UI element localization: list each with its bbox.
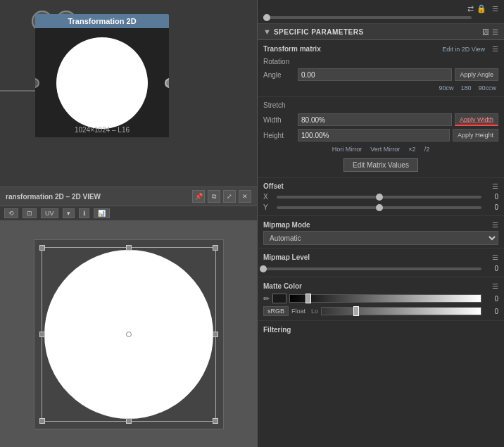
edit-in-2d-view-link[interactable]: Edit in 2D View bbox=[442, 46, 485, 53]
view-image-container bbox=[34, 239, 224, 429]
handle-mid-right[interactable] bbox=[213, 332, 218, 337]
offset-x-thumb[interactable] bbox=[376, 194, 383, 201]
offset-menu-icon[interactable]: ☰ bbox=[492, 182, 498, 190]
matte-color-section: Matte Color ☰ ✏ 0 sRGB Float Lo 0 bbox=[258, 277, 504, 320]
toolbar-fit-btn[interactable]: ⊡ bbox=[23, 208, 37, 218]
mipmap-level-menu-icon[interactable]: ☰ bbox=[492, 253, 498, 261]
offset-x-value: 0 bbox=[484, 193, 498, 201]
right-panel: ⇄ 🔒 ☰ ▼ SPECIFIC PARAMETERS 🖼 ☰ Transfor… bbox=[257, 0, 504, 447]
toolbar-info-btn[interactable]: ℹ bbox=[79, 208, 89, 218]
mipmap-level-thumb[interactable] bbox=[260, 265, 267, 272]
apply-angle-btn[interactable]: Apply Angle bbox=[455, 68, 498, 81]
view-panel-toolbar: ⟲ ⊡ UV ▾ ℹ 📊 bbox=[0, 206, 257, 221]
rotation-group: Rotation bbox=[263, 56, 498, 67]
srgb-btn[interactable]: sRGB bbox=[263, 306, 289, 316]
eyedropper-icon[interactable]: ✏ bbox=[263, 294, 270, 303]
hori-mirror-btn[interactable]: Hori Mirror bbox=[332, 146, 363, 153]
random-seed-row: ⇄ 🔒 ☰ bbox=[263, 3, 498, 15]
edit-matrix-values-btn[interactable]: Edit Matrix Values bbox=[344, 158, 418, 172]
angle-input[interactable] bbox=[298, 68, 452, 81]
mipmap-level-slider[interactable] bbox=[263, 267, 481, 270]
view-close-btn[interactable]: ✕ bbox=[239, 190, 251, 203]
transform-matrix-header: Transform matrix Edit in 2D View ☰ bbox=[263, 43, 498, 55]
handle-bot-right[interactable] bbox=[213, 418, 218, 424]
toolbar-uv-btn[interactable]: UV bbox=[41, 208, 58, 218]
random-icon[interactable]: ⇄ bbox=[467, 4, 474, 13]
offset-y-row: Y 0 bbox=[263, 202, 498, 213]
mipmap-level-header: Mipmap Level ☰ bbox=[263, 251, 498, 263]
view-float-btn[interactable]: ⧉ bbox=[208, 190, 220, 203]
random-seed-section: ⇄ 🔒 ☰ bbox=[258, 0, 504, 24]
toolbar-uv-dropdown[interactable]: ▾ bbox=[63, 208, 75, 218]
offset-section: Offset ☰ X 0 Y 0 bbox=[258, 177, 504, 215]
handle-top-left[interactable] bbox=[39, 245, 45, 251]
filtering-section: Filtering bbox=[258, 320, 504, 339]
rotation-label: Rotation bbox=[263, 58, 295, 65]
random-seed-menu-icon[interactable]: ☰ bbox=[492, 5, 498, 13]
float-label[interactable]: Float bbox=[291, 308, 305, 315]
random-seed-value-row bbox=[263, 15, 498, 20]
offset-y-slider[interactable] bbox=[277, 206, 481, 209]
apply-height-btn[interactable]: Apply Height bbox=[453, 129, 498, 141]
collapse-arrow-icon[interactable]: ▼ bbox=[263, 27, 271, 36]
handle-mid-left[interactable] bbox=[39, 332, 45, 337]
offset-header: Offset ☰ bbox=[263, 181, 498, 191]
specific-params-header: ▼ SPECIFIC PARAMETERS 🖼 ☰ bbox=[258, 24, 504, 40]
params-menu-icon[interactable]: 🖼 bbox=[482, 28, 489, 36]
handle-top-right[interactable] bbox=[213, 245, 218, 251]
color-thumb[interactable] bbox=[305, 294, 311, 303]
view-pin-btn[interactable]: 📌 bbox=[192, 190, 205, 203]
params-settings-icon[interactable]: ☰ bbox=[492, 28, 498, 36]
mipmap-level-row: 0 bbox=[263, 263, 498, 274]
rot-90ccw-btn[interactable]: 90ccw bbox=[476, 84, 498, 92]
view-panel-controls: 📌 ⧉ ⤢ ✕ bbox=[192, 190, 251, 203]
toolbar-chart-btn[interactable]: 📊 bbox=[94, 208, 110, 218]
offset-y-value: 0 bbox=[484, 203, 498, 211]
handle-top-center[interactable] bbox=[126, 245, 132, 251]
vert-mirror-btn[interactable]: Vert Mirror bbox=[370, 146, 400, 153]
transform-matrix-menu-icon[interactable]: ☰ bbox=[492, 45, 498, 53]
mipmap-level-label: Mipmap Level bbox=[263, 253, 310, 261]
color-gradient-slider[interactable] bbox=[289, 294, 481, 303]
node-connector-right[interactable] bbox=[165, 78, 169, 88]
width-input[interactable] bbox=[298, 113, 452, 126]
handle-bot-center[interactable] bbox=[126, 418, 132, 424]
transformation-2d-node: 📄 💾 Transformation 2D 1024×1024 – L16 bbox=[35, 14, 169, 137]
offset-y-label: Y bbox=[263, 203, 274, 211]
angle-row: Angle Apply Angle bbox=[263, 67, 498, 82]
offset-x-slider[interactable] bbox=[277, 196, 481, 199]
apply-width-btn[interactable]: Apply Width bbox=[455, 113, 498, 126]
matte-color-label: Matte Color bbox=[263, 282, 302, 290]
rotation-btns-row: 90cw 180 90ccw bbox=[263, 82, 498, 94]
div2-btn[interactable]: /2 bbox=[424, 146, 430, 153]
color-swatch-dark[interactable] bbox=[272, 294, 286, 303]
mipmap-mode-menu-icon[interactable]: ☰ bbox=[492, 221, 498, 229]
node-area: 📄 💾 Transformation 2D 1024×1024 – L16 bbox=[0, 0, 257, 187]
left-panel: 📄 💾 Transformation 2D 1024×1024 – L16 ra… bbox=[0, 0, 257, 447]
lo-slider[interactable] bbox=[321, 307, 481, 315]
2d-view-panel: ransformation 2D – 2D VIEW 📌 ⧉ ⤢ ✕ ⟲ ⊡ U… bbox=[0, 187, 257, 447]
lo-thumb[interactable] bbox=[353, 306, 359, 316]
filtering-label: Filtering bbox=[263, 326, 291, 334]
matte-color-value: 0 bbox=[484, 295, 498, 303]
matte-color-row: ✏ 0 bbox=[263, 292, 498, 305]
x2-btn[interactable]: ×2 bbox=[408, 146, 415, 153]
lo-value: 0 bbox=[484, 308, 498, 315]
matte-color-menu-icon[interactable]: ☰ bbox=[492, 282, 498, 290]
random-lock-icon[interactable]: 🔒 bbox=[477, 4, 486, 13]
view-expand-btn[interactable]: ⤢ bbox=[223, 190, 236, 203]
mirror-row: Hori Mirror Vert Mirror ×2 /2 bbox=[263, 143, 498, 156]
node-connector-left[interactable] bbox=[35, 78, 39, 88]
rot-90cw-btn[interactable]: 90cw bbox=[436, 84, 455, 92]
handle-bot-left[interactable] bbox=[39, 418, 45, 424]
height-input[interactable] bbox=[298, 129, 450, 141]
matte-color-controls-row: sRGB Float Lo 0 bbox=[263, 305, 498, 317]
mipmap-mode-dropdown[interactable]: Automatic Manual None bbox=[263, 231, 498, 245]
offset-y-thumb[interactable] bbox=[376, 204, 383, 211]
angle-label: Angle bbox=[263, 71, 295, 79]
offset-title: Offset bbox=[263, 182, 284, 190]
rot-180-btn[interactable]: 180 bbox=[458, 84, 473, 92]
toolbar-rotate-btn[interactable]: ⟲ bbox=[4, 208, 18, 218]
mipmap-mode-header: Mipmap Mode ☰ bbox=[263, 219, 498, 231]
random-seed-slider[interactable] bbox=[263, 16, 472, 19]
